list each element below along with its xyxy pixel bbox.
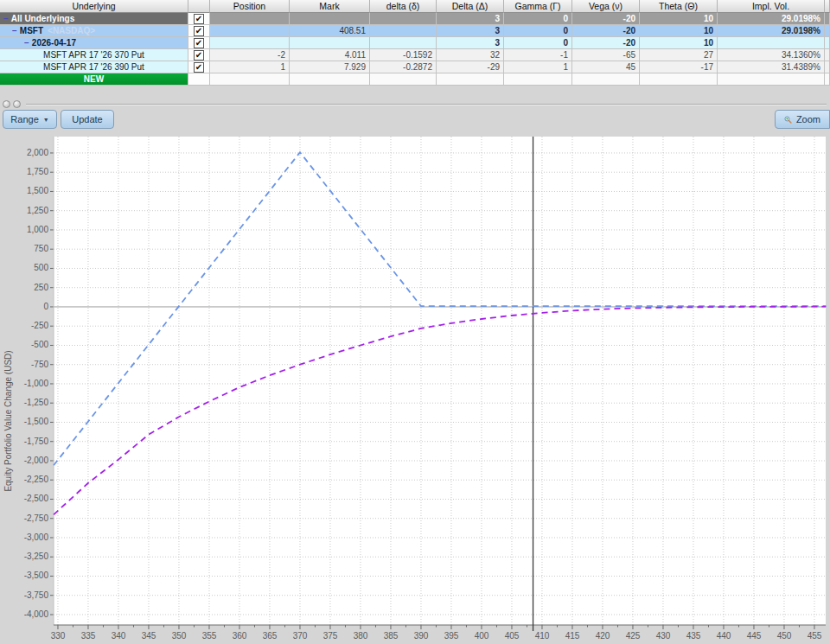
column-header-delta-[interactable]: delta (δ) [370, 0, 437, 13]
svg-text:440: 440 [717, 631, 731, 641]
svg-text:335: 335 [81, 631, 96, 641]
column-header-impl-vol-[interactable]: Impl. Vol. [718, 0, 825, 13]
y-axis [50, 153, 54, 615]
svg-text:1,500: 1,500 [27, 186, 48, 195]
cell-theta: -17 [640, 61, 718, 73]
svg-text:750: 750 [34, 244, 48, 253]
risk-profile-chart[interactable]: 3303353403453503553603653703753803853903… [0, 131, 830, 644]
svg-text:500: 500 [34, 263, 48, 272]
row-checkbox[interactable]: ✔ [194, 14, 204, 24]
cell-underlying[interactable]: MSFT APR 17 '26 370 Put [0, 49, 188, 61]
svg-text:375: 375 [323, 631, 338, 641]
update-button[interactable]: Update [61, 110, 114, 129]
cell-delta-per-share [370, 25, 437, 37]
svg-text:330: 330 [51, 631, 66, 641]
cell-delta-per-share [370, 37, 437, 49]
svg-text:250: 250 [34, 283, 48, 292]
cell-position [210, 13, 290, 25]
column-header-vega-[interactable]: Vega (ν) [572, 0, 640, 13]
cell-checkbox: ✔ [188, 37, 210, 49]
row-checkbox[interactable]: ✔ [194, 26, 204, 36]
collapse-minus-icon[interactable]: − [3, 14, 9, 24]
cell-underlying[interactable]: −MSFT<NASDAQ> [0, 25, 188, 37]
splitter-collapse-button-1[interactable] [3, 100, 10, 108]
underlying-label: 2026-04-17 [32, 38, 76, 48]
svg-text:370: 370 [293, 631, 308, 641]
column-header-mark[interactable]: Mark [290, 0, 370, 13]
svg-text:445: 445 [747, 631, 762, 641]
svg-text:-3,750: -3,750 [24, 590, 49, 600]
row-checkbox[interactable]: ✔ [194, 50, 204, 61]
row-checkbox[interactable]: ✔ [194, 62, 204, 73]
svg-text:1,000: 1,000 [27, 225, 48, 234]
range-button[interactable]: Range ▼ [3, 110, 57, 129]
column-header-position[interactable]: Position [210, 0, 290, 13]
cell-vega: -20 [572, 13, 640, 25]
positions-table: UnderlyingPositionMarkdelta (δ)Delta (Δ)… [0, 0, 830, 86]
cell-underlying[interactable]: −2026-04-17 [0, 37, 188, 49]
column-header-gamma-[interactable]: Gamma (Γ) [504, 0, 572, 13]
column-header-delta-[interactable]: Delta (Δ) [437, 0, 504, 13]
svg-text:-2,250: -2,250 [24, 475, 49, 484]
zoom-button[interactable]: Zoom [775, 110, 830, 129]
risk-profile-plot: 3303353403453503553603653703753803853903… [0, 131, 830, 644]
splitter-collapse-button-2[interactable] [13, 100, 21, 108]
column-header-blank[interactable] [188, 0, 210, 13]
svg-text:380: 380 [354, 631, 368, 641]
zoom-button-label: Zoom [796, 114, 820, 124]
cell-delta [437, 73, 504, 86]
underlying-label: MSFT APR 17 '26 390 Put [43, 62, 144, 73]
x-axis-labels: 3303353403453503553603653703753803853903… [51, 631, 822, 641]
cell-gamma: 0 [504, 25, 572, 37]
column-header-theta-[interactable]: Theta (Θ) [640, 0, 718, 13]
svg-text:-3,500: -3,500 [24, 571, 49, 580]
cell-gamma: 1 [504, 61, 572, 73]
svg-text:340: 340 [112, 631, 126, 641]
underlying-label: All Underlyings [11, 14, 74, 24]
svg-text:345: 345 [142, 631, 156, 641]
cell-underlying[interactable]: NEW [0, 73, 188, 86]
collapse-minus-icon[interactable]: − [12, 26, 17, 36]
cell-delta-per-share [370, 73, 437, 86]
svg-text:425: 425 [626, 631, 641, 641]
column-header-underlying[interactable]: Underlying [0, 0, 188, 13]
collapse-minus-icon[interactable]: − [24, 38, 29, 48]
cell-gamma: -1 [504, 49, 572, 61]
cell-delta: 3 [437, 13, 504, 25]
cell-gamma [504, 73, 572, 86]
cell-vega [572, 73, 640, 86]
cell-delta-per-share: -0.2872 [370, 61, 437, 73]
plot-area[interactable] [54, 137, 826, 625]
cell-underlying[interactable]: −All Underlyings [0, 13, 188, 25]
cell-position [210, 37, 290, 49]
cell-vega: -65 [572, 49, 640, 61]
cell-gamma: 0 [504, 13, 572, 25]
svg-text:-1,750: -1,750 [24, 437, 49, 446]
cell-mark [290, 13, 370, 25]
magnifier-zoom-icon [784, 114, 792, 125]
cell-edge-strip [825, 49, 830, 61]
cell-underlying[interactable]: MSFT APR 17 '26 390 Put [0, 61, 188, 73]
cell-theta [640, 73, 718, 86]
cell-edge-strip [825, 37, 830, 49]
svg-text:360: 360 [233, 631, 247, 641]
cell-checkbox [188, 73, 210, 86]
cell-edge-strip [825, 25, 830, 37]
svg-text:395: 395 [444, 631, 459, 641]
cell-vega: 45 [572, 61, 640, 73]
cell-theta: 10 [640, 25, 718, 37]
cell-delta: -29 [437, 61, 504, 73]
svg-text:420: 420 [596, 631, 610, 641]
cell-gamma: 0 [504, 37, 572, 49]
exchange-label: <NASDAQ> [48, 26, 95, 36]
update-button-label: Update [72, 114, 102, 124]
svg-text:-2,750: -2,750 [24, 513, 49, 523]
row-checkbox[interactable]: ✔ [194, 38, 204, 48]
svg-text:385: 385 [384, 631, 399, 641]
svg-text:2,000: 2,000 [27, 148, 48, 157]
svg-text:0: 0 [43, 302, 48, 311]
cell-delta: 3 [437, 37, 504, 49]
underlying-label: MSFT APR 17 '26 370 Put [43, 50, 144, 61]
cell-checkbox: ✔ [188, 13, 210, 25]
splitter-divider[interactable] [26, 104, 827, 105]
